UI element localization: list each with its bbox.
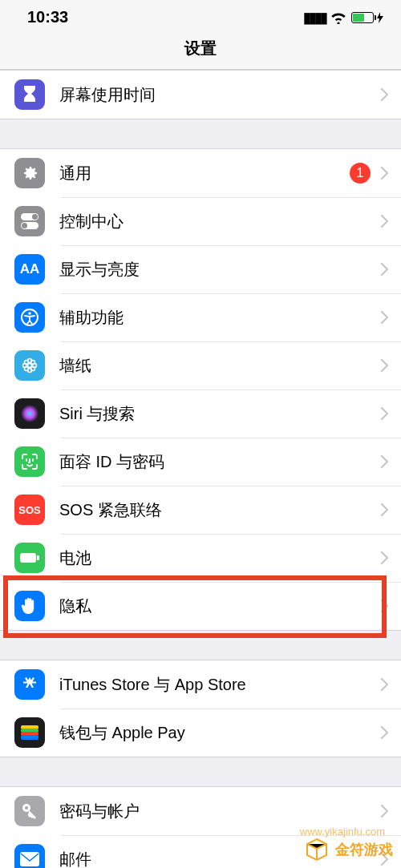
row-accessibility[interactable]: 辅助功能 [0,293,401,341]
chevron-right-icon [380,311,388,324]
watermark-brand: 金符游戏 [335,840,393,859]
status-time: 10:33 [27,8,68,26]
chevron-right-icon [380,263,388,276]
siri-icon [14,398,45,429]
row-faceid[interactable]: 面容 ID 与密码 [0,438,401,486]
chevron-right-icon [380,88,388,101]
appstore-icon [14,669,45,700]
row-wallet[interactable]: 钱包与 Apple Pay [0,709,401,757]
faceid-icon [14,446,45,477]
svg-point-11 [21,405,38,422]
chevron-right-icon [380,551,388,564]
svg-point-7 [25,361,29,365]
row-general[interactable]: 通用 1 [0,149,401,197]
row-label: Siri 与搜索 [59,403,380,425]
wifi-icon [330,11,346,24]
settings-group-1: 通用 1 控制中心 AA 显示与亮度 辅助功能 墙纸 Siri 与搜索 [0,148,401,631]
status-indicators: ▮▮▮▮ [303,9,383,26]
row-label: SOS 紧急联络 [59,499,380,521]
row-battery[interactable]: 电池 [0,534,401,582]
chevron-right-icon [380,167,388,180]
chevron-right-icon [380,455,388,468]
gear-icon [14,158,45,188]
row-label: 钱包与 Apple Pay [59,722,380,744]
row-label: 电池 [59,547,380,569]
row-label: 屏幕使用时间 [59,84,380,106]
row-privacy[interactable]: 隐私 [0,582,401,630]
row-screen-time[interactable]: 屏幕使用时间 [0,71,401,119]
row-siri[interactable]: Siri 与搜索 [0,390,401,438]
hand-icon [14,591,45,621]
svg-rect-17 [21,735,38,740]
chevron-right-icon [380,726,388,739]
signal-icon: ▮▮▮▮ [303,9,326,26]
chevron-right-icon [380,407,388,420]
chevron-right-icon [380,678,388,691]
row-itunes[interactable]: iTunes Store 与 App Store [0,660,401,709]
page-title: 设置 [0,30,401,70]
svg-rect-12 [20,553,36,563]
hourglass-icon [14,79,45,110]
chevron-right-icon [380,600,388,612]
battery-icon [351,12,374,23]
row-label: 面容 ID 与密码 [59,451,380,473]
svg-point-1 [28,312,31,315]
battery-row-icon [14,543,45,573]
row-sos[interactable]: SOS SOS 紧急联络 [0,486,401,534]
settings-group-2: iTunes Store 与 App Store 钱包与 Apple Pay [0,660,401,757]
toggles-icon [14,206,45,236]
watermark: 金符游戏 [305,838,393,862]
mail-icon [14,844,45,868]
chevron-right-icon [380,359,388,372]
accessibility-icon [14,302,45,333]
svg-point-19 [25,806,28,809]
row-label: 隐私 [59,595,380,617]
text-size-icon: AA [14,254,45,285]
chevron-right-icon [380,805,388,818]
wallet-icon [14,717,45,748]
row-label: 显示与亮度 [59,259,380,281]
svg-rect-20 [20,852,39,866]
watermark-url: www.yikajinfu.com [300,826,385,838]
settings-group-0: 屏幕使用时间 [0,70,401,119]
row-label: 控制中心 [59,211,380,232]
chevron-right-icon [380,503,388,516]
row-label: 通用 [59,163,350,184]
row-control-center[interactable]: 控制中心 [0,197,401,245]
row-display[interactable]: AA 显示与亮度 [0,245,401,293]
status-bar: 10:33 ▮▮▮▮ [0,0,401,30]
row-label: 辅助功能 [59,307,380,329]
cube-icon [305,838,329,862]
charging-icon [377,12,383,23]
row-label: 墙纸 [59,355,380,377]
notification-badge: 1 [350,163,371,184]
sos-icon: SOS [14,495,45,525]
row-wallpaper[interactable]: 墙纸 [0,341,401,390]
svg-point-8 [31,361,35,365]
svg-point-9 [25,367,29,371]
row-label: iTunes Store 与 App Store [59,674,380,696]
row-label: 密码与帐户 [59,801,380,822]
svg-point-10 [31,367,35,371]
key-icon [14,796,45,826]
chevron-right-icon [380,215,388,228]
flower-icon [14,350,45,381]
svg-rect-13 [37,555,39,560]
